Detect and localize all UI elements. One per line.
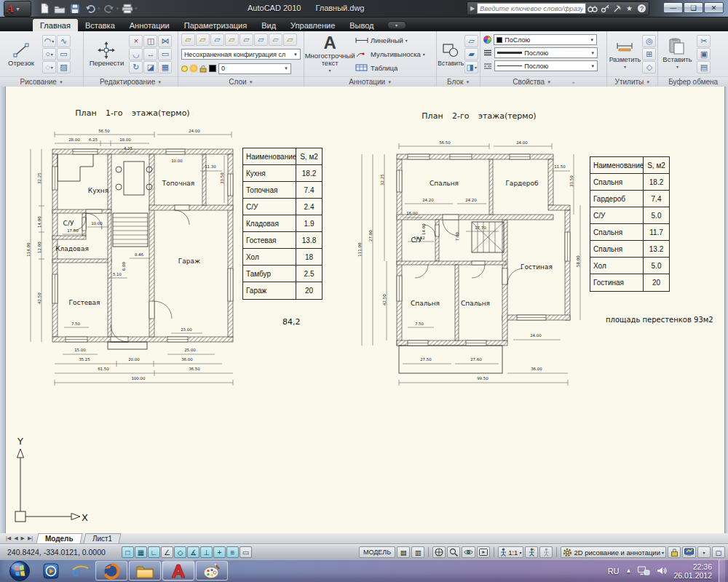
qat-dropdown-arrow[interactable]: ▾	[135, 6, 138, 12]
save-button[interactable]	[68, 2, 82, 15]
panel-label-modify[interactable]: Редактирование▼	[84, 76, 177, 87]
arc-tool[interactable]: ◠▾	[42, 35, 56, 47]
table-button[interactable]: Таблица	[355, 62, 425, 74]
polar-toggle[interactable]: ∠	[161, 546, 173, 558]
last-tab-button[interactable]: ▶|	[28, 535, 33, 541]
panel-label-annotation[interactable]: Аннотации▼	[304, 76, 436, 87]
layer-states-icon[interactable]: ▱	[196, 33, 210, 46]
panel-label-layers[interactable]: Слои▼	[178, 76, 304, 87]
application-menu-button[interactable]: A▼	[4, 1, 31, 17]
circle-tool[interactable]: ○▾	[42, 48, 56, 60]
new-file-button[interactable]	[38, 2, 51, 15]
plot-button[interactable]	[121, 2, 134, 15]
orbit-icon[interactable]	[462, 546, 475, 558]
polyline-tool[interactable]: ∿	[57, 35, 71, 47]
prev-tab-button[interactable]: ◀	[14, 535, 17, 541]
help-icon[interactable]: ?	[636, 3, 648, 14]
pan-zoom-icon[interactable]	[447, 546, 460, 558]
block-attrib-icon[interactable]: ◨▾	[464, 61, 478, 73]
copy-tool[interactable]: ◫	[143, 35, 157, 47]
redo-button[interactable]	[103, 2, 116, 15]
steering-wheel-icon[interactable]	[432, 546, 446, 558]
taskbar-explorer-button[interactable]	[129, 561, 161, 581]
quick-calc-icon[interactable]: ⊞	[642, 48, 656, 60]
language-indicator[interactable]: RU	[608, 567, 620, 575]
dyn-toggle[interactable]: +	[213, 546, 226, 558]
ducs-toggle[interactable]: ⊥	[200, 546, 213, 558]
annotation-autoscale-icon[interactable]	[539, 546, 553, 558]
layer-unlock-icon[interactable]	[199, 65, 207, 73]
id-point-icon[interactable]: ◇	[642, 61, 656, 73]
rotate-tool[interactable]: ↻	[129, 61, 143, 73]
taskbar-clock[interactable]: 22:36 26.01.2012	[673, 562, 712, 580]
search-expand-icon[interactable]: ▶	[468, 5, 477, 12]
model-space-button[interactable]: МОДЕЛЬ	[359, 546, 395, 558]
binoculars-search-icon[interactable]	[586, 3, 598, 14]
layer-lock-icon[interactable]: ▱	[254, 33, 268, 46]
tab-Вывод[interactable]: Вывод	[342, 19, 381, 31]
tab-Управление[interactable]: Управление	[283, 19, 342, 31]
toolbar-lock-icon[interactable]	[668, 546, 681, 558]
communication-center-icon[interactable]	[611, 3, 623, 14]
erase-tool[interactable]: ×	[129, 35, 143, 47]
quick-select-icon[interactable]: ◎	[642, 35, 656, 47]
maximize-button[interactable]: ❑	[684, 2, 703, 13]
multileader-button[interactable]: Мультивыноска▾	[355, 48, 425, 60]
trim-tool[interactable]: ◪	[143, 61, 157, 73]
start-button[interactable]	[9, 560, 31, 582]
stretch-tool[interactable]: ↔	[143, 48, 157, 60]
open-file-button[interactable]	[53, 2, 66, 15]
mtext-button[interactable]: A Многострочный текст▾	[306, 33, 353, 74]
clean-screen-button[interactable]: ▢	[712, 546, 725, 558]
layer-match-icon[interactable]: ▱	[269, 33, 282, 46]
taskbar-media-player-icon[interactable]	[40, 561, 62, 581]
layer-config-dropdown[interactable]: Несохраненная конфигурация сл▼	[181, 49, 301, 60]
subscription-key-icon[interactable]	[598, 3, 611, 14]
snap-toggle[interactable]: □	[122, 546, 134, 558]
measure-button[interactable]: Разметить▾	[609, 37, 641, 71]
move-button[interactable]: Перенести	[86, 41, 127, 67]
tab-model[interactable]: Модель	[36, 533, 83, 543]
cut-icon[interactable]: ✂	[697, 35, 711, 47]
taskbar-internet-explorer-icon[interactable]: e	[69, 561, 91, 581]
panel-label-clipboard[interactable]: Буфер обмена	[658, 76, 728, 87]
tab-layout1[interactable]: Лист1	[83, 533, 121, 543]
fillet-tool[interactable]: ◡	[129, 48, 143, 60]
layer-isolate-icon[interactable]: ▱	[210, 33, 224, 46]
ellipse-tool[interactable]: ◌▾	[42, 61, 56, 73]
quick-view-drawings-icon[interactable]: ▥	[411, 546, 424, 558]
taskbar-autocad-button[interactable]	[162, 561, 194, 581]
close-button[interactable]: ✕	[704, 2, 724, 13]
volume-icon[interactable]	[657, 566, 667, 575]
array-tool[interactable]: ▦	[158, 61, 172, 73]
object-color-dropdown[interactable]: ПоСлою▼	[494, 34, 597, 45]
undo-dropdown-arrow[interactable]: ▾	[98, 6, 100, 12]
insert-block-button[interactable]: Вставить	[438, 41, 463, 67]
copy-clip-icon[interactable]: ▣	[697, 48, 711, 60]
search-input[interactable]	[477, 3, 586, 14]
ribbon-minimize-button[interactable]: ▾	[387, 21, 406, 29]
linetype-dropdown[interactable]: Послою▼	[494, 60, 598, 71]
quick-view-layouts-icon[interactable]: ▤	[397, 546, 410, 558]
tab-Главная[interactable]: Главная	[33, 19, 78, 31]
layer-thaw-sun-icon[interactable]	[190, 65, 197, 72]
otrack-toggle[interactable]: ∡	[187, 546, 199, 558]
grid-toggle[interactable]: ▦	[135, 546, 147, 558]
panel-label-utilities[interactable]: Утилиты▼	[607, 76, 657, 87]
layer-properties-icon[interactable]: ▱	[181, 33, 195, 46]
tray-expand-icon[interactable]: ▲	[626, 567, 632, 574]
layer-off-icon[interactable]: ▱	[240, 33, 253, 46]
line-button[interactable]: Отрезок	[2, 41, 40, 67]
tab-Вид[interactable]: Вид	[254, 19, 283, 31]
tab-Вставка[interactable]: Вставка	[78, 19, 122, 31]
show-desktop-button[interactable]	[719, 559, 725, 582]
layer-color-swatch[interactable]	[209, 65, 216, 72]
osnap-toggle[interactable]: ◇	[174, 546, 186, 558]
minimize-button[interactable]: —	[663, 2, 683, 13]
redo-dropdown-arrow[interactable]: ▾	[116, 6, 119, 12]
performance-tuner-icon[interactable]	[682, 546, 696, 558]
ortho-toggle[interactable]: ∟	[148, 546, 160, 558]
paste-button[interactable]: Вставить▾	[660, 37, 694, 71]
taskbar-firefox-button[interactable]	[95, 561, 127, 581]
workspace-switcher[interactable]: 2D рисование и аннотации▾	[561, 546, 666, 558]
